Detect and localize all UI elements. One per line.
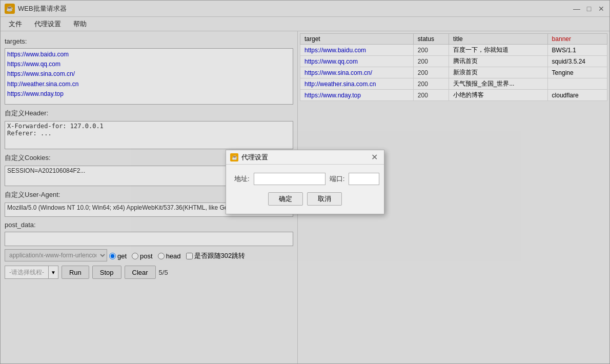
dialog-cancel-button[interactable]: 取消	[307, 192, 342, 206]
dialog-ok-button[interactable]: 确定	[268, 192, 303, 206]
dialog-port-input[interactable]	[349, 173, 379, 185]
dialog-addr-row: 地址: 端口:	[234, 173, 376, 185]
dialog-buttons: 确定 取消	[234, 192, 376, 208]
dialog-close-button[interactable]: ✕	[369, 152, 380, 162]
dialog-addr-input[interactable]	[254, 173, 326, 185]
proxy-dialog: ☕ 代理设置 ✕ 地址: 端口: 确定 取消	[226, 150, 384, 214]
dialog-icon: ☕	[230, 153, 238, 161]
dialog-title-bar: ☕ 代理设置 ✕	[226, 150, 384, 165]
proxy-dialog-overlay: ☕ 代理设置 ✕ 地址: 端口: 确定 取消	[0, 0, 610, 364]
dialog-title: 代理设置	[241, 153, 369, 162]
dialog-addr-label: 地址:	[234, 174, 250, 184]
dialog-body: 地址: 端口: 确定 取消	[226, 165, 384, 214]
dialog-port-label: 端口:	[330, 174, 345, 184]
